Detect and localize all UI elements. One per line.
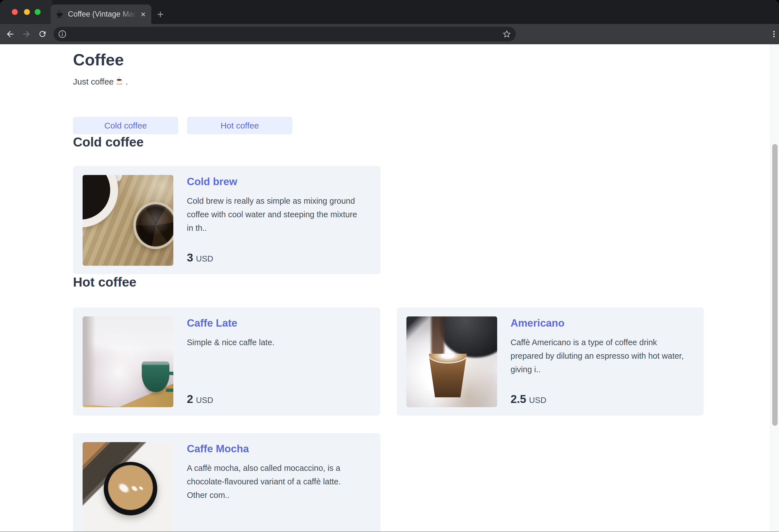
- reload-icon[interactable]: [38, 29, 48, 39]
- new-tab-button[interactable]: [155, 9, 166, 20]
- product-card-caffe-late: Caffe Late Simple & nice caffe late. 2 U…: [73, 307, 380, 416]
- price-row: 2.5 USD: [511, 393, 695, 406]
- cold-brew-photo: [82, 175, 173, 266]
- cold-coffee-cards-row: Cold brew Cold brew is really as simple …: [73, 166, 704, 274]
- product-title-link[interactable]: Caffe Mocha: [187, 443, 371, 455]
- price-currency: USD: [196, 254, 213, 263]
- minimize-window-button[interactable]: [24, 9, 30, 15]
- forward-arrow-icon[interactable]: [21, 29, 32, 39]
- page-viewport: Coffee Just coffee . Cold coffee Hot cof: [0, 44, 779, 532]
- hot-coffee-cards-row-2: Caffe Mocha A caffè mocha, also called m…: [73, 433, 704, 532]
- price-value: 3: [187, 251, 193, 264]
- page-title: Coffee: [73, 50, 704, 70]
- product-description: Cold brew is really as simple as mixing …: [187, 194, 362, 235]
- browser-window: Coffee (Vintage Machine) - Eas: [0, 0, 779, 532]
- price-currency: USD: [529, 396, 546, 405]
- scrollbar-track[interactable]: [770, 44, 779, 532]
- product-title-link[interactable]: Caffe Late: [187, 317, 371, 330]
- back-arrow-icon[interactable]: [5, 29, 15, 39]
- section-heading-hot-coffee: Hot coffee: [73, 274, 704, 290]
- product-title-link[interactable]: Americano: [511, 317, 695, 330]
- subtitle-period: .: [126, 76, 128, 87]
- card-body: Caffe Late Simple & nice caffe late. 2 U…: [187, 316, 371, 407]
- product-card-cold-brew: Cold brew Cold brew is really as simple …: [73, 166, 380, 274]
- price-value: 2.5: [511, 393, 527, 406]
- page-subtitle: Just coffee .: [73, 76, 704, 87]
- window-controls: [0, 0, 52, 24]
- card-body: Americano Caffè Americano is a type of c…: [511, 316, 695, 407]
- price-row: 3 USD: [187, 251, 371, 264]
- menu-dots-icon[interactable]: [769, 29, 779, 39]
- category-filters: Cold coffee Hot coffee: [73, 117, 704, 134]
- subtitle-text: Just coffee: [73, 76, 114, 87]
- bookmark-star-icon[interactable]: [502, 29, 511, 39]
- product-title-link[interactable]: Cold brew: [187, 176, 371, 188]
- product-description: A caffè mocha, also called mocaccino, is…: [187, 461, 362, 502]
- section-heading-cold-coffee: Cold coffee: [73, 134, 704, 150]
- close-window-button[interactable]: [12, 9, 18, 15]
- browser-toolbar: [0, 24, 779, 44]
- zoom-window-button[interactable]: [35, 9, 41, 15]
- price-value: 2: [187, 393, 193, 406]
- hot-coffee-cards-row: Caffe Late Simple & nice caffe late. 2 U…: [73, 307, 704, 416]
- caffe-late-photo: [82, 316, 173, 407]
- hot-beverage-emoji-icon: [115, 76, 125, 88]
- hot-coffee-filter-button[interactable]: Hot coffee: [187, 117, 292, 134]
- tab-strip: Coffee (Vintage Machine) - Eas: [0, 0, 779, 24]
- product-description: Caffè Americano is a type of coffee drin…: [511, 336, 685, 376]
- product-card-americano: Americano Caffè Americano is a type of c…: [397, 307, 704, 416]
- scrollbar-thumb[interactable]: [772, 144, 778, 426]
- tab-close-icon[interactable]: [139, 10, 147, 18]
- caffe-mocha-photo: [82, 442, 173, 532]
- americano-photo: [406, 316, 497, 407]
- card-body: Caffe Mocha A caffè mocha, also called m…: [187, 442, 371, 532]
- site-info-icon[interactable]: [58, 29, 67, 39]
- url-bar[interactable]: [54, 27, 516, 42]
- coffee-cup-favicon-icon: [55, 10, 64, 19]
- tab-title: Coffee (Vintage Machine) - Eas: [68, 10, 139, 18]
- cold-coffee-filter-button[interactable]: Cold coffee: [73, 117, 178, 134]
- price-currency: USD: [196, 396, 213, 405]
- coffee-page: Coffee Just coffee . Cold coffee Hot cof: [73, 50, 704, 532]
- product-description: Simple & nice caffe late.: [187, 336, 362, 349]
- blurred-bottle-art: [431, 316, 444, 355]
- price-row: 2 USD: [187, 393, 371, 406]
- card-body: Cold brew Cold brew is really as simple …: [187, 175, 371, 265]
- product-card-caffe-mocha: Caffe Mocha A caffè mocha, also called m…: [73, 433, 380, 532]
- mug-handle-art: [166, 372, 173, 392]
- latte-art: [109, 467, 152, 510]
- browser-tab[interactable]: Coffee (Vintage Machine) - Eas: [51, 4, 152, 24]
